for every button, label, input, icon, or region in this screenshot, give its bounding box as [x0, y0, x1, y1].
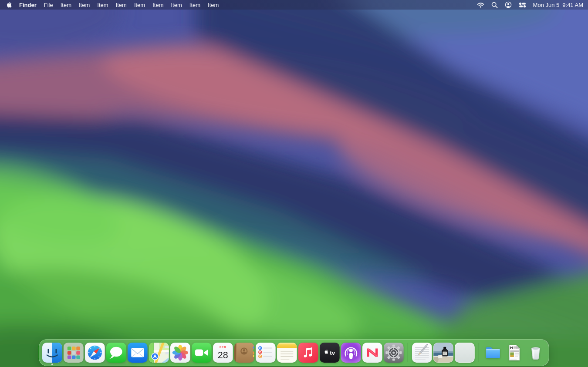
dock-item-textedit[interactable] [412, 343, 432, 363]
music-icon [298, 343, 318, 363]
tv-icon: tv [320, 343, 340, 363]
desktop: Finder File Item Item Item Item Item Ite… [0, 0, 588, 367]
dock-item-tv[interactable]: tv [320, 343, 340, 363]
dock-item-safari[interactable] [85, 343, 105, 363]
dock-item-notes[interactable] [277, 343, 297, 363]
dock-item-trash[interactable] [526, 343, 546, 363]
dock-item-music[interactable] [298, 343, 318, 363]
notes-icon [277, 343, 297, 363]
dock-item-launchpad[interactable] [64, 343, 84, 363]
dock-item-maps[interactable] [149, 343, 169, 363]
calendar-day: 28 [218, 350, 228, 360]
document-icon: H [504, 343, 524, 363]
dock-item-calendar[interactable]: FEB 28 [213, 343, 233, 363]
calendar-icon: FEB 28 [213, 343, 233, 363]
dock-item-reminders[interactable] [256, 343, 276, 363]
spotlight-search-icon[interactable] [491, 2, 498, 8]
dock-item-preview[interactable] [433, 343, 453, 363]
running-indicator [51, 364, 53, 365]
apple-logo-icon [6, 1, 12, 8]
menu-item-2[interactable]: Item [79, 2, 90, 8]
dock: FEB 28 [39, 339, 549, 366]
photos-icon [170, 343, 190, 363]
menu-bar-clock[interactable]: Mon Jun 5 9:41 AM [533, 2, 583, 8]
menu-item-9[interactable]: Item [208, 2, 219, 8]
dock-item-blank-app[interactable] [455, 343, 475, 363]
dock-item-podcasts[interactable] [341, 343, 361, 363]
reminders-icon [256, 343, 276, 363]
folder-icon [483, 343, 503, 363]
dock-item-finder[interactable] [42, 343, 62, 363]
dock-item-facetime[interactable] [192, 343, 212, 363]
dock-divider [408, 343, 408, 362]
document-heading-glyph: H [510, 346, 513, 350]
menu-item-8[interactable]: Item [189, 2, 200, 8]
dock-item-settings[interactable] [384, 343, 404, 363]
launchpad-icon [64, 343, 84, 363]
dock-item-folder[interactable] [483, 343, 503, 363]
podcasts-icon [341, 343, 361, 363]
app-menu[interactable]: Finder [19, 2, 37, 8]
maps-icon [149, 343, 169, 363]
facetime-icon [192, 343, 212, 363]
control-center-icon[interactable] [519, 2, 526, 8]
user-account-icon[interactable] [505, 1, 512, 8]
menu-item-4[interactable]: Item [116, 2, 127, 8]
menu-item-1[interactable]: Item [61, 2, 71, 8]
trash-icon [526, 343, 546, 363]
dock-item-mail[interactable] [128, 343, 148, 363]
menu-item-5[interactable]: Item [134, 2, 145, 8]
menu-bar: Finder File Item Item Item Item Item Ite… [0, 0, 588, 10]
tv-logo-text: tv [330, 350, 335, 356]
calendar-month: FEB [220, 346, 226, 349]
menu-bar-time: 9:41 AM [562, 2, 583, 8]
menu-item-6[interactable]: Item [152, 2, 163, 8]
blank-app-icon [455, 343, 475, 363]
wifi-icon[interactable] [477, 2, 484, 8]
settings-gear-icon [384, 343, 404, 363]
news-icon [362, 343, 382, 363]
messages-icon [106, 343, 126, 363]
contacts-icon [234, 343, 254, 363]
menu-item-file[interactable]: File [44, 2, 53, 8]
dock-item-document[interactable]: H [504, 343, 524, 363]
safari-icon [85, 343, 105, 363]
preview-icon [433, 343, 453, 363]
dock-item-contacts[interactable] [234, 343, 254, 363]
dock-item-photos[interactable] [170, 343, 190, 363]
mail-icon [128, 343, 148, 363]
dock-item-messages[interactable] [106, 343, 126, 363]
dock-item-news[interactable] [362, 343, 382, 363]
apple-menu[interactable] [6, 1, 12, 8]
menu-item-7[interactable]: Item [171, 2, 182, 8]
wallpaper [0, 0, 588, 367]
menu-bar-date: Mon Jun 5 [533, 2, 560, 8]
menu-item-3[interactable]: Item [97, 2, 108, 8]
finder-icon [42, 343, 62, 363]
dock-divider [479, 343, 479, 362]
textedit-icon [412, 343, 432, 363]
